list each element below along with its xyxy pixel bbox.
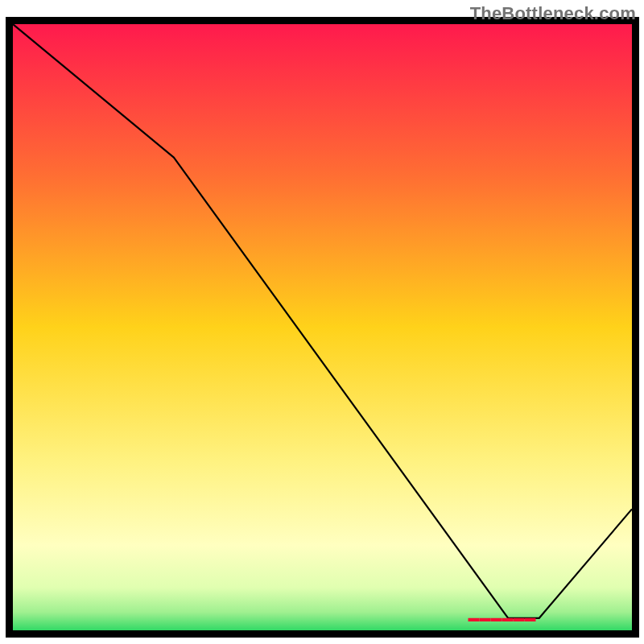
plot-area: ▬▬▬▬▬▬	[13, 24, 632, 630]
chart-container: { "watermark": "TheBottleneck.com", "cha…	[0, 0, 644, 644]
annotation-sweetspot: ▬▬▬▬▬▬	[469, 611, 536, 624]
watermark-label: TheBottleneck.com	[470, 3, 636, 24]
gradient-background	[13, 24, 632, 630]
bottleneck-chart: ▬▬▬▬▬▬	[0, 0, 644, 644]
